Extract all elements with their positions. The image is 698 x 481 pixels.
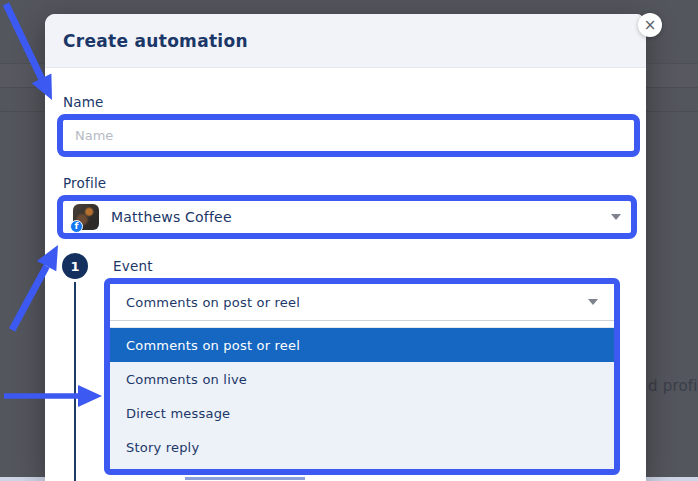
profile-select[interactable]: f Matthews Coffee <box>57 195 637 239</box>
create-automation-modal: Create automation × Name Profile f Matth… <box>45 14 646 481</box>
modal-header: Create automation <box>45 14 646 68</box>
annotation-arrow-options <box>2 380 107 412</box>
option-story-reply[interactable]: Story reply <box>110 430 614 464</box>
option-comments-on-post-or-reel[interactable]: Comments on post or reel <box>110 328 614 362</box>
chevron-down-icon <box>588 299 598 305</box>
event-selected-value: Comments on post or reel <box>126 295 300 310</box>
chevron-down-icon <box>611 214 621 220</box>
option-direct-message[interactable]: Direct message <box>110 396 614 430</box>
annotation-arrow-profile <box>0 235 70 340</box>
profile-avatar: f <box>73 204 99 230</box>
close-button[interactable]: × <box>638 13 662 37</box>
option-comments-on-live[interactable]: Comments on live <box>110 362 614 396</box>
event-options-list: Comments on post or reel Comments on liv… <box>110 328 614 469</box>
profile-name: Matthews Coffee <box>111 209 232 225</box>
event-dropdown-highlight: Comments on post or reel Comments on pos… <box>104 278 620 475</box>
name-field-highlight <box>57 114 640 157</box>
event-label: Event <box>113 258 153 274</box>
event-select[interactable]: Comments on post or reel <box>110 284 614 321</box>
annotation-arrow-name <box>0 0 70 110</box>
clipped-next-element <box>185 477 305 480</box>
dropdown-gap <box>110 321 614 328</box>
facebook-badge-icon: f <box>70 220 83 233</box>
close-icon: × <box>644 18 657 33</box>
background-clipped-text: d profi <box>648 377 698 395</box>
profile-label: Profile <box>63 175 106 191</box>
modal-title: Create automation <box>63 31 248 51</box>
name-input[interactable] <box>63 120 634 151</box>
